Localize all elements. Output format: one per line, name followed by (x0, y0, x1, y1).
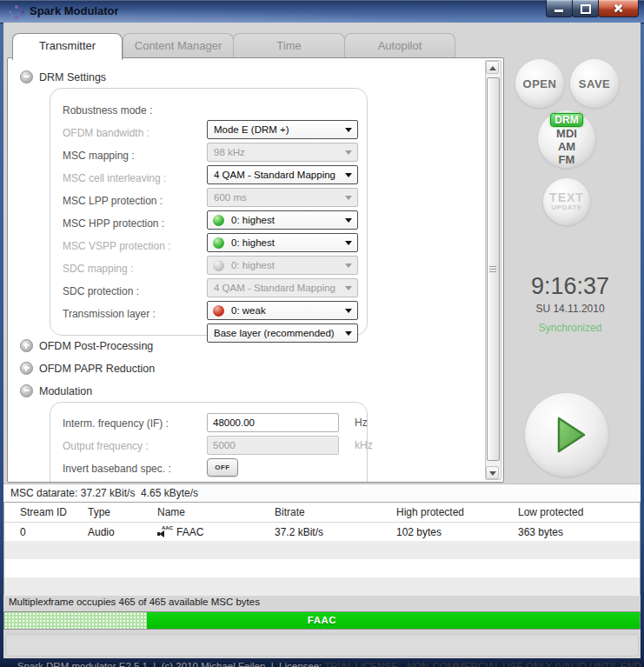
chevron-down-icon (345, 331, 352, 336)
mode-selector-button[interactable]: DRM MDI AM FM (538, 110, 595, 168)
cell-type: Audio (88, 526, 157, 538)
section-title: OFDM PAPR Reduction (39, 363, 155, 375)
close-button[interactable] (598, 0, 639, 17)
col-type: Type (88, 506, 157, 518)
clock-display: 9:16:37 SU 14.11.2010 Synchronized (512, 273, 628, 334)
mode-fm[interactable]: FM (559, 153, 575, 166)
titlebar[interactable]: Spark Modulator (0, 0, 644, 23)
collapse-icon[interactable] (20, 384, 33, 397)
field-label: MSC mapping : (63, 150, 135, 162)
field-label: SDC protection : (63, 285, 139, 297)
field-label: Output frequency : (63, 440, 149, 452)
transmitter-panel: DRM Settings Robustness mode : Mode E (D… (7, 57, 504, 483)
license-footer: Spark DRM modulator E2.5.1 | (c) 2010 Mi… (5, 634, 639, 657)
minimize-icon (554, 10, 563, 12)
play-icon (551, 413, 591, 457)
col-name: Name (157, 506, 275, 518)
stream-table: Stream ID Type Name Bitrate High protect… (3, 502, 641, 595)
save-button[interactable]: SAVE (570, 59, 619, 108)
msc-occupancy-bar: FAAC (3, 611, 641, 630)
unit-label: kHz (355, 436, 373, 455)
minimize-button[interactable] (546, 0, 573, 17)
scroll-down-button[interactable] (486, 466, 499, 479)
app-icon (9, 5, 23, 19)
mode-mdi[interactable]: MDI (556, 127, 577, 140)
tab-transmitter[interactable]: Transmitter (12, 33, 123, 60)
clock-time: 9:16:37 (512, 273, 628, 300)
clock-date: SU 14.11.2010 (512, 303, 628, 315)
table-header-row: Stream ID Type Name Bitrate High protect… (4, 503, 640, 523)
mode-drm-active[interactable]: DRM (550, 113, 582, 127)
field-label: MSC VSPP protection : (63, 240, 171, 252)
bar-label: FAAC (4, 612, 640, 629)
table-row[interactable]: 0 Audio AAC FAAC 37.2 kBit/s 102 bytes 3… (4, 523, 640, 541)
sync-status: Synchronized (512, 322, 628, 334)
msc-datarate-status: MSC datarate: 37.27 kBit/s 4.65 kByte/s (3, 484, 641, 502)
empty-row (4, 577, 640, 596)
section-ofdm-papr-reduction[interactable]: OFDM PAPR Reduction (20, 362, 155, 375)
scroll-up-button[interactable] (486, 61, 499, 74)
intermediate-frequency-input[interactable] (207, 413, 339, 432)
field-label: MSC LPP protection : (63, 195, 163, 207)
cell-low-protected: 363 bytes (518, 526, 640, 538)
empty-row (4, 559, 640, 577)
maximize-icon (581, 4, 591, 14)
cell-stream-id: 0 (20, 526, 88, 538)
window-controls (547, 0, 639, 17)
invert-baseband-toggle[interactable]: OFF (207, 458, 238, 477)
cell-bitrate: 37.2 kBit/s (275, 526, 396, 538)
app-version-text: Spark DRM modulator E2.5.1 | (c) 2010 Mi… (17, 661, 324, 667)
section-modulation[interactable]: Modulation (20, 384, 92, 397)
text-update-button: TEXT UPDATE (543, 178, 590, 225)
arrow-up-icon (489, 66, 496, 70)
grip-icon (489, 266, 496, 273)
modulation-group: Interm. frequency (IF) : Hz Output frequ… (50, 402, 368, 483)
license-text: TRIAL LICENSE - NON-COMMERCIAL USE ONLY … (324, 661, 644, 667)
client-area: Transmitter Content Manager Time Autopil… (3, 23, 641, 658)
tab-time[interactable]: Time (233, 33, 345, 58)
col-stream-id: Stream ID (20, 506, 88, 518)
drm-settings-group: Robustness mode : Mode E (DRM +) OFDM ba… (50, 88, 368, 336)
output-frequency-input (207, 436, 339, 455)
unit-label: Hz (355, 413, 368, 432)
col-low-protected: Low protected (518, 506, 640, 518)
open-button[interactable]: OPEN (515, 59, 564, 108)
maximize-button[interactable] (572, 0, 599, 17)
section-title: Modulation (39, 385, 92, 397)
tab-content-manager[interactable]: Content Manager (123, 33, 234, 58)
field-label: Robustness mode : (63, 104, 152, 117)
mode-am[interactable]: AM (558, 140, 575, 153)
field-label: Transmission layer : (63, 308, 156, 320)
aac-audio-icon: AAC (157, 526, 172, 538)
field-label: Interm. frequency (IF) : (63, 417, 169, 430)
col-bitrate: Bitrate (275, 506, 396, 518)
multiplexframe-status: Multiplexframe occupies 465 of 465 avail… (9, 597, 260, 607)
section-title: OFDM Post-Processing (39, 340, 153, 352)
col-high-protected: High protected (396, 506, 518, 518)
cell-high-protected: 102 bytes (396, 526, 518, 538)
arrow-down-icon (489, 471, 496, 476)
section-title: DRM Settings (39, 71, 106, 83)
empty-row (4, 541, 640, 559)
expand-icon[interactable] (20, 339, 33, 352)
start-modulator-button[interactable] (525, 393, 608, 477)
expand-icon[interactable] (20, 362, 33, 375)
tab-autopilot[interactable]: Autopilot (344, 33, 455, 58)
field-label: MSC HPP protection : (63, 217, 164, 230)
window-title: Spark Modulator (30, 4, 119, 17)
field-label: MSC cell interleaving : (63, 172, 166, 184)
transmission-layer-select[interactable]: Base layer (recommended) (207, 323, 358, 343)
scrollbar-thumb[interactable] (487, 77, 500, 461)
cell-name: AAC FAAC (157, 526, 275, 538)
field-label: SDC mapping : (63, 263, 133, 275)
collapse-icon[interactable] (20, 70, 33, 83)
field-label: Invert baseband spec. : (63, 463, 171, 475)
section-drm-settings[interactable]: DRM Settings (20, 70, 106, 83)
vertical-scrollbar[interactable] (485, 60, 501, 480)
section-ofdm-post-processing[interactable]: OFDM Post-Processing (20, 339, 153, 352)
field-label: OFDM bandwidth : (63, 127, 149, 139)
